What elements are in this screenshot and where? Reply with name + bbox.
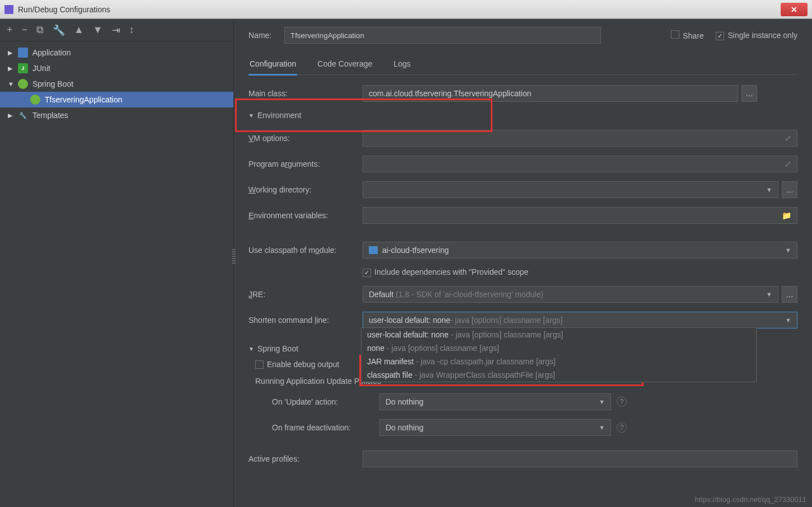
help-icon[interactable]: ? bbox=[617, 397, 627, 407]
browse-jre-button[interactable]: … bbox=[782, 286, 797, 303]
on-frame-dropdown[interactable]: Do nothing ▼ bbox=[379, 419, 611, 436]
expand-icon: ▶ bbox=[8, 112, 13, 119]
main-class-row: Main class: com.ai.cloud.tfservering.Tfs… bbox=[248, 85, 797, 102]
expand-icon[interactable]: ⤢ bbox=[785, 159, 791, 168]
tabs: Configuration Code Coverage Logs bbox=[248, 55, 797, 75]
on-frame-row: On frame deactivation: Do nothing ▼ ? bbox=[272, 419, 797, 436]
working-dir-row: Working directory: ▼ … bbox=[248, 181, 797, 198]
main-class-label: Main class: bbox=[248, 89, 363, 98]
close-button[interactable]: ✕ bbox=[781, 3, 808, 16]
working-dir-label: Working directory: bbox=[248, 185, 363, 194]
checkbox-icon bbox=[255, 360, 264, 369]
tab-logs[interactable]: Logs bbox=[392, 55, 411, 74]
junit-icon: J bbox=[18, 63, 28, 73]
left-panel: + − ⧉ 🔧 ▲ ▼ ⇥ ↕ ▶ Application ▶ J JUnit … bbox=[0, 19, 234, 507]
copy-config-button[interactable]: ⧉ bbox=[36, 24, 44, 36]
vm-options-row: VM options: ⤢ bbox=[248, 130, 797, 147]
active-profiles-row: Active profiles: bbox=[248, 450, 797, 467]
classpath-row: Use classpath of module: ai-cloud-tfserv… bbox=[248, 242, 797, 259]
env-vars-row: Environment variables: 📁 bbox=[248, 207, 797, 224]
right-panel: Name: Share Single instance only Configu… bbox=[234, 19, 812, 507]
shorten-dropdown-list: user-local default: none - java [options… bbox=[361, 327, 757, 382]
sort-button[interactable]: ↕ bbox=[129, 24, 134, 36]
chevron-down-icon: ▼ bbox=[599, 398, 605, 405]
expand-icon[interactable]: ⤢ bbox=[785, 134, 791, 143]
on-update-row: On 'Update' action: Do nothing ▼ ? bbox=[272, 393, 797, 410]
chevron-down-icon: ▼ bbox=[766, 291, 772, 298]
remove-config-button[interactable]: − bbox=[22, 24, 28, 36]
help-icon[interactable]: ? bbox=[617, 422, 627, 433]
jre-row: JRE: Default (1.8 - SDK of 'ai-cloud-tfs… bbox=[248, 286, 797, 303]
tree-item-templates[interactable]: ▶ 🔧 Templates bbox=[0, 107, 233, 123]
checkbox-icon bbox=[716, 32, 724, 40]
tree-item-tfservering[interactable]: TfserveringApplication bbox=[0, 92, 233, 107]
classpath-label: Use classpath of module: bbox=[248, 246, 363, 255]
application-icon bbox=[18, 48, 28, 58]
share-checkbox[interactable]: Share bbox=[671, 30, 703, 40]
browse-main-class-button[interactable]: … bbox=[741, 85, 757, 102]
collapse-icon: ▼ bbox=[248, 346, 254, 352]
jre-dropdown[interactable]: Default (1.8 - SDK of 'ai-cloud-tfserver… bbox=[363, 286, 778, 303]
chevron-down-icon: ▼ bbox=[599, 424, 605, 431]
environment-section[interactable]: ▼ Environment bbox=[248, 111, 797, 120]
config-toolbar: + − ⧉ 🔧 ▲ ▼ ⇥ ↕ bbox=[0, 19, 233, 41]
vm-options-input[interactable]: ⤢ bbox=[363, 130, 797, 147]
move-down-button[interactable]: ▼ bbox=[93, 24, 103, 36]
active-profiles-label: Active profiles: bbox=[248, 454, 363, 463]
tree-item-springboot[interactable]: ▼ Spring Boot bbox=[0, 76, 233, 92]
tree-item-label: Spring Boot bbox=[32, 79, 73, 88]
move-up-button[interactable]: ▲ bbox=[74, 24, 84, 36]
chevron-down-icon: ▼ bbox=[766, 186, 772, 193]
app-icon bbox=[4, 5, 13, 14]
tree-item-label: JUnit bbox=[32, 64, 50, 73]
watermark: https://blog.csdn.net/qq_27330011 bbox=[695, 495, 807, 504]
chevron-down-icon: ▼ bbox=[785, 247, 791, 254]
folder-icon[interactable]: 📁 bbox=[782, 211, 791, 220]
top-right-options: Share Single instance only bbox=[671, 30, 797, 40]
browse-working-dir-button[interactable]: … bbox=[782, 181, 797, 198]
wrench-icon: 🔧 bbox=[18, 110, 28, 120]
config-tree: ▶ Application ▶ J JUnit ▼ Spring Boot Tf… bbox=[0, 41, 233, 126]
on-update-label: On 'Update' action: bbox=[272, 397, 379, 406]
name-label: Name: bbox=[248, 31, 284, 40]
dropdown-option[interactable]: none - java [options] classname [args] bbox=[362, 341, 756, 355]
shorten-label: Shorten command line: bbox=[248, 316, 363, 325]
tab-configuration[interactable]: Configuration bbox=[248, 55, 297, 76]
dropdown-option[interactable]: user-local default: none - java [options… bbox=[362, 328, 756, 341]
env-vars-label: Environment variables: bbox=[248, 211, 363, 220]
working-dir-input[interactable]: ▼ bbox=[363, 181, 778, 198]
vm-options-label: VM options: bbox=[248, 134, 363, 143]
dropdown-option[interactable]: classpath file - java WrapperClass class… bbox=[362, 368, 756, 382]
on-update-dropdown[interactable]: Do nothing ▼ bbox=[379, 393, 611, 410]
module-icon bbox=[369, 246, 378, 254]
shorten-dropdown[interactable]: user-local default: none - java [options… bbox=[363, 312, 797, 328]
on-frame-label: On frame deactivation: bbox=[272, 423, 379, 432]
checkbox-icon bbox=[671, 30, 679, 39]
spring-icon bbox=[30, 95, 40, 105]
program-args-label: Program arguments: bbox=[248, 159, 363, 168]
tab-code-coverage[interactable]: Code Coverage bbox=[316, 55, 373, 74]
name-input[interactable] bbox=[284, 27, 601, 44]
single-instance-checkbox[interactable]: Single instance only bbox=[716, 31, 797, 40]
include-deps-checkbox[interactable]: Include dependencies with "Provided" sco… bbox=[363, 267, 528, 277]
expand-icon: ▶ bbox=[8, 65, 13, 72]
export-button[interactable]: ⇥ bbox=[112, 24, 120, 36]
collapse-icon: ▼ bbox=[8, 81, 13, 87]
spring-icon bbox=[18, 79, 28, 89]
shorten-row: Shorten command line: user-local default… bbox=[248, 312, 797, 328]
main-container: + − ⧉ 🔧 ▲ ▼ ⇥ ↕ ▶ Application ▶ J JUnit … bbox=[0, 19, 812, 507]
title-bar: Run/Debug Configurations ✕ bbox=[0, 0, 812, 19]
classpath-dropdown[interactable]: ai-cloud-tfservering ▼ bbox=[363, 242, 797, 259]
active-profiles-input[interactable] bbox=[363, 450, 797, 467]
name-row: Name: Share Single instance only bbox=[248, 27, 797, 44]
settings-button[interactable]: 🔧 bbox=[53, 24, 65, 36]
dropdown-option[interactable]: JAR manifest - java -cp classpath.jar cl… bbox=[362, 355, 756, 368]
program-args-input[interactable]: ⤢ bbox=[363, 156, 797, 172]
expand-icon: ▶ bbox=[8, 49, 13, 57]
add-config-button[interactable]: + bbox=[7, 24, 13, 36]
tree-item-application[interactable]: ▶ Application bbox=[0, 45, 233, 60]
main-class-input[interactable]: com.ai.cloud.tfservering.TfserveringAppl… bbox=[363, 85, 738, 102]
tree-item-junit[interactable]: ▶ J JUnit bbox=[0, 60, 233, 76]
splitter-handle[interactable] bbox=[232, 249, 236, 264]
env-vars-input[interactable]: 📁 bbox=[363, 207, 797, 224]
